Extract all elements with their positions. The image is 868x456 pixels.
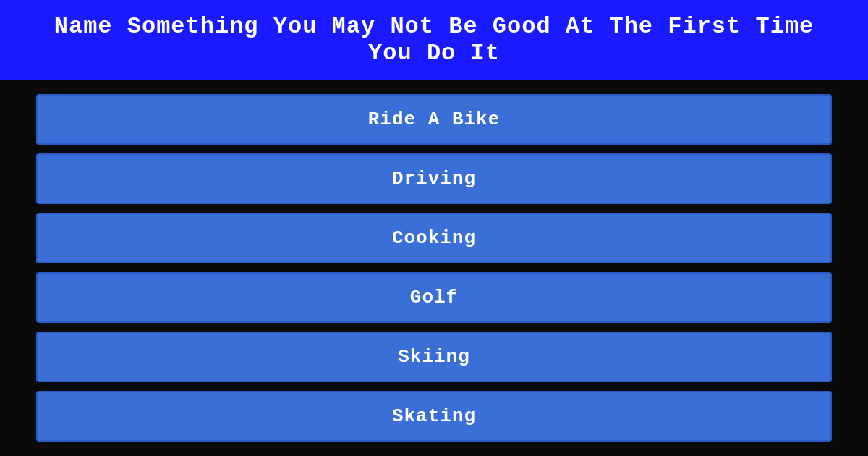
answer-row: Skiing [36,332,832,382]
answer-label-5: Skating [392,405,476,427]
answer-label-1: Driving [392,168,476,190]
question-title: Name Something You May Not Be Good At Th… [29,13,839,67]
answer-label-0: Ride A Bike [368,109,501,130]
header-section: Name Something You May Not Be Good At Th… [0,0,868,80]
answer-label-2: Cooking [392,227,476,249]
answers-section: Ride A BikeDrivingCookingGolfSkiingSkati… [0,80,868,456]
answer-row: Skating [36,391,832,442]
answer-row: Driving [36,153,832,204]
answer-row: Golf [36,272,832,323]
answer-row: Cooking [36,213,832,263]
answer-label-3: Golf [410,287,458,308]
answer-row: Ride A Bike [36,94,832,145]
answer-label-4: Skiing [398,346,470,368]
